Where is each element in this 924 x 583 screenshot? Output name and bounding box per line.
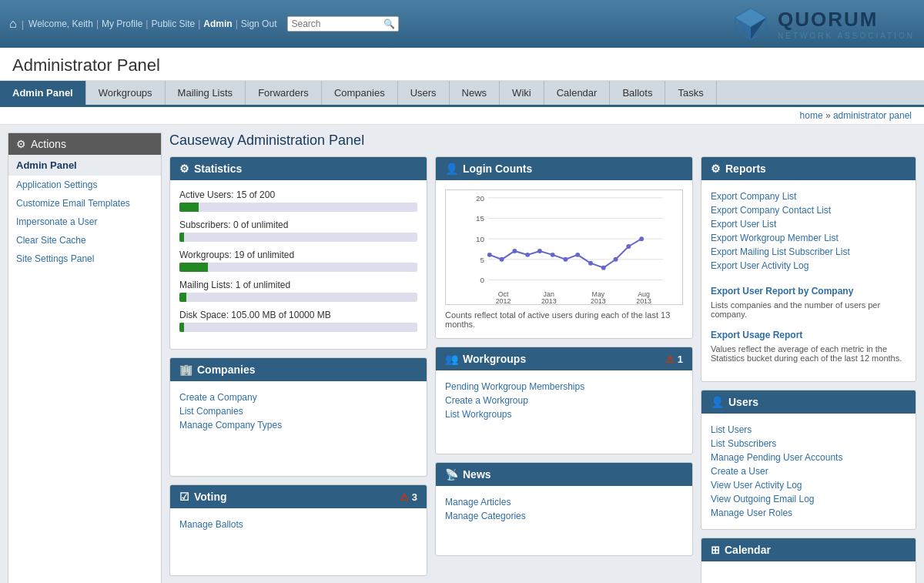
home-icon[interactable]: [9, 17, 17, 31]
svg-text:5: 5: [480, 256, 484, 264]
reports-gear-icon: [711, 163, 721, 175]
sidebar-title: Actions: [31, 138, 66, 150]
export-user-list-link[interactable]: Export User List: [711, 217, 906, 231]
page-title-area: Administrator Panel: [0, 48, 924, 81]
sidebar-link-site-settings-panel[interactable]: Site Settings Panel: [8, 250, 161, 268]
alert-icon: [400, 491, 409, 503]
svg-text:20: 20: [476, 194, 484, 203]
admin-link[interactable]: Admin: [203, 18, 232, 29]
calendar-body: [701, 561, 916, 583]
pending-workgroup-memberships-link[interactable]: Pending Workgroup Memberships: [445, 380, 683, 394]
tab-tasks[interactable]: Tasks: [665, 81, 716, 105]
export-mailing-list-subscriber-link[interactable]: Export Mailing List Subscriber List: [711, 245, 906, 259]
create-user-link[interactable]: Create a User: [711, 464, 906, 478]
login-chart-container: 20 15 10 5 0 Oct 2012 Jan 2013 May: [445, 189, 683, 307]
news-icon: 📡: [445, 468, 458, 481]
sidebar-header: Actions: [8, 133, 161, 155]
statistics-header: Statistics: [170, 157, 427, 180]
workgroups-icon: 👥: [445, 353, 458, 365]
tab-admin-panel[interactable]: Admin Panel: [0, 81, 86, 105]
public-site-link[interactable]: Public Site: [151, 18, 195, 29]
view-user-activity-log-link[interactable]: View User Activity Log: [711, 478, 906, 492]
tab-workgroups[interactable]: Workgroups: [86, 81, 166, 105]
tab-navigation: Admin Panel Workgroups Mailing Lists For…: [0, 81, 924, 107]
voting-header: Voting 3: [170, 485, 427, 508]
voting-icon: [179, 491, 189, 503]
top-navigation-bar: | Welcome, Keith | My Profile | Public S…: [0, 0, 924, 48]
sidebar-link-customize-email-templates[interactable]: Customize Email Templates: [8, 194, 161, 213]
content-area: Causeway Administration Panel Statistics…: [169, 132, 916, 583]
login-counts-header: 👤 Login Counts: [436, 157, 692, 180]
create-workgroup-link[interactable]: Create a Workgroup: [445, 394, 683, 407]
svg-text:15: 15: [476, 214, 484, 223]
export-user-report-desc: Lists companies and the number of users …: [711, 300, 906, 319]
list-subscribers-link[interactable]: List Subscribers: [711, 437, 906, 451]
create-company-link[interactable]: Create a Company: [179, 390, 417, 404]
sign-out-link[interactable]: Sign Out: [241, 18, 277, 29]
users-body: List Users List Subscribers Manage Pendi…: [701, 414, 916, 529]
logo-text-area: QUORUM NETWORK ASSOCIATION: [778, 8, 915, 40]
voting-panel: Voting 3 Manage Ballots: [169, 484, 427, 576]
tab-companies[interactable]: Companies: [322, 81, 398, 105]
view-outgoing-email-log-link[interactable]: View Outgoing Email Log: [711, 492, 906, 506]
search-input[interactable]: [291, 18, 383, 29]
tab-forwarders[interactable]: Forwarders: [246, 81, 322, 105]
column-2: 👤 Login Counts: [435, 156, 693, 583]
stat-active-users: Active Users: 15 of 200: [179, 189, 417, 212]
sidebar-link-application-settings[interactable]: Application Settings: [8, 176, 161, 194]
export-company-list-link[interactable]: Export Company List: [711, 189, 906, 203]
tab-mailing-lists[interactable]: Mailing Lists: [166, 81, 246, 105]
sidebar-link-impersonate-user[interactable]: Impersonate a User: [8, 213, 161, 231]
workgroups-alert-badge: 1: [665, 353, 683, 365]
export-workgroup-member-list-link[interactable]: Export Workgroup Member List: [711, 231, 906, 245]
welcome-link[interactable]: Welcome, Keith: [28, 18, 93, 29]
list-users-link[interactable]: List Users: [711, 423, 906, 437]
svg-point-23: [500, 257, 504, 262]
svg-text:2013: 2013: [591, 297, 606, 305]
calendar-panel: Calendar: [701, 538, 916, 583]
breadcrumb: home » administrator panel: [0, 107, 924, 125]
tab-calendar[interactable]: Calendar: [544, 81, 611, 105]
logo-brand: QUORUM: [778, 8, 915, 32]
login-counts-panel: 👤 Login Counts: [435, 156, 693, 339]
workgroups-panel: 👥 Workgroups 1 Pending Workgroup Members…: [435, 347, 693, 454]
export-user-activity-log-link[interactable]: Export User Activity Log: [711, 259, 906, 273]
sidebar-link-clear-site-cache[interactable]: Clear Site Cache: [8, 231, 161, 250]
list-companies-link[interactable]: List Companies: [179, 404, 417, 418]
news-panel: 📡 News Manage Articles Manage Categories: [435, 462, 693, 556]
voting-alert-count: 3: [412, 491, 417, 503]
manage-categories-link[interactable]: Manage Categories: [445, 509, 683, 523]
workgroups-title: Workgroups: [463, 353, 526, 365]
svg-point-33: [626, 244, 631, 249]
tab-wiki[interactable]: Wiki: [500, 81, 544, 105]
login-chart-svg: 20 15 10 5 0 Oct 2012 Jan 2013 May: [445, 189, 683, 305]
sidebar-active-item: Admin Panel: [8, 155, 161, 176]
stat-subscribers: Subscribers: 0 of unlimited: [179, 219, 417, 242]
export-usage-report-link[interactable]: Export Usage Report: [711, 328, 906, 342]
search-box[interactable]: 🔍: [287, 16, 399, 32]
manage-pending-user-accounts-link[interactable]: Manage Pending User Accounts: [711, 451, 906, 464]
companies-title: Companies: [197, 364, 255, 376]
manage-company-types-link[interactable]: Manage Company Types: [179, 418, 417, 432]
breadcrumb-home[interactable]: home: [800, 110, 823, 121]
content-title: Causeway Administration Panel: [169, 132, 916, 149]
tab-ballots[interactable]: Ballots: [610, 81, 665, 105]
list-workgroups-link[interactable]: List Workgroups: [445, 407, 683, 421]
manage-user-roles-link[interactable]: Manage User Roles: [711, 506, 906, 520]
export-company-contact-list-link[interactable]: Export Company Contact List: [711, 203, 906, 217]
svg-point-26: [537, 249, 542, 253]
statistics-panel: Statistics Active Users: 15 of 200 Subsc…: [169, 156, 427, 350]
main-layout: Actions Admin Panel Application Settings…: [0, 125, 924, 583]
search-button[interactable]: 🔍: [383, 18, 395, 29]
companies-panel: 🏢 Companies Create a Company List Compan…: [169, 357, 427, 477]
breadcrumb-current[interactable]: administrator panel: [833, 110, 912, 121]
statistics-body: Active Users: 15 of 200 Subscribers: 0 o…: [170, 180, 427, 349]
manage-ballots-link[interactable]: Manage Ballots: [179, 518, 417, 531]
reports-title: Reports: [725, 163, 766, 175]
my-profile-link[interactable]: My Profile: [102, 18, 142, 29]
manage-articles-link[interactable]: Manage Articles: [445, 495, 683, 509]
export-user-report-link[interactable]: Export User Report by Company: [711, 284, 906, 298]
tab-users[interactable]: Users: [398, 81, 450, 105]
statistics-gear-icon: [179, 163, 189, 175]
tab-news[interactable]: News: [450, 81, 500, 105]
